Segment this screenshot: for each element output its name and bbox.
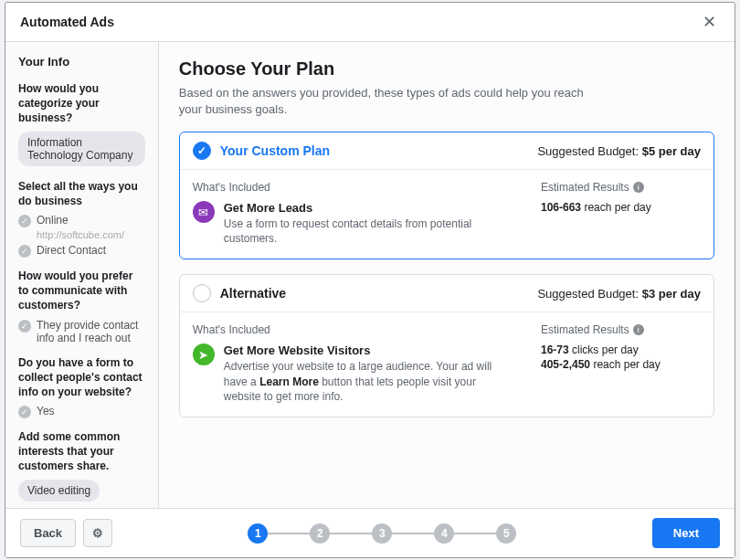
footer-left: Back ⚙ bbox=[20, 519, 112, 547]
way-online-label: Online bbox=[37, 214, 69, 227]
way-online-url: http://softcube.com/ bbox=[37, 229, 145, 240]
step-line bbox=[392, 533, 434, 534]
info-icon[interactable]: i bbox=[633, 324, 644, 335]
plan-name: Alternative bbox=[220, 286, 286, 301]
plan-head: Your Custom Plan Suggested Budget: $5 pe… bbox=[180, 132, 714, 170]
plan-body: What's Included ✉ Get More Leads Use a f… bbox=[180, 170, 714, 259]
close-icon[interactable]: ✕ bbox=[698, 12, 720, 32]
included-desc: Use a form to request contact details fr… bbox=[224, 217, 513, 246]
step-line bbox=[330, 533, 372, 534]
est-reach: 405-2,450 reach per day bbox=[541, 358, 701, 371]
estimated-label: Estimated Results i bbox=[541, 181, 701, 194]
plan-name: Your Custom Plan bbox=[220, 143, 330, 158]
main-panel: Choose Your Plan Based on the answers yo… bbox=[159, 42, 735, 508]
included-title: Get More Leads bbox=[224, 201, 513, 215]
estimated-label: Estimated Results i bbox=[541, 323, 701, 336]
way-online: ✓ Online bbox=[18, 214, 145, 227]
included-label: What's Included bbox=[193, 181, 513, 194]
step-1[interactable]: 1 bbox=[248, 523, 268, 544]
info-icon[interactable]: i bbox=[633, 182, 644, 193]
included-desc: Advertise your website to a large audien… bbox=[224, 359, 513, 404]
est-clicks: 16-73 clicks per day bbox=[541, 343, 701, 356]
plan-head: Alternative Suggested Budget: $3 per day bbox=[180, 275, 714, 312]
plan-card-custom[interactable]: Your Custom Plan Suggested Budget: $5 pe… bbox=[179, 132, 714, 259]
modal-header: Automated Ads ✕ bbox=[5, 3, 735, 42]
included-item: ➤ Get More Website Visitors Advertise yo… bbox=[193, 343, 513, 404]
whats-included-col: What's Included ✉ Get More Leads Use a f… bbox=[193, 181, 513, 246]
estimated-col: Estimated Results i 16-73 clicks per day… bbox=[541, 323, 701, 404]
budget-value: $5 per day bbox=[642, 144, 701, 158]
sidebar-title: Your Info bbox=[18, 55, 145, 69]
page-subtitle: Based on the answers you provided, these… bbox=[179, 85, 599, 117]
category-pill[interactable]: Information Technology Company bbox=[18, 132, 145, 166]
step-line bbox=[268, 533, 310, 534]
form-answer-label: Yes bbox=[37, 405, 55, 417]
modal-body: Your Info How would you categorize your … bbox=[5, 42, 735, 508]
back-button[interactable]: Back bbox=[20, 519, 76, 547]
step-line bbox=[454, 533, 496, 534]
plan-budget: Suggested Budget: $3 per day bbox=[537, 287, 701, 301]
plan-budget: Suggested Budget: $5 per day bbox=[537, 144, 701, 158]
comm-answer-label: They provide contact info and I reach ou… bbox=[37, 319, 145, 344]
interest-pill[interactable]: Video editing bbox=[18, 480, 100, 502]
gear-icon: ⚙ bbox=[92, 526, 103, 540]
way-direct: ✓ Direct Contact bbox=[18, 244, 145, 258]
progress-stepper: 1 2 3 4 5 bbox=[248, 523, 516, 544]
budget-label: Suggested Budget: bbox=[537, 144, 639, 158]
est-reach: 106-663 reach per day bbox=[541, 201, 701, 214]
page-title: Choose Your Plan bbox=[179, 58, 714, 79]
question-interests: Add some common interests that your cust… bbox=[18, 429, 145, 474]
plan-card-alternative[interactable]: Alternative Suggested Budget: $3 per day… bbox=[179, 274, 714, 417]
question-communicate: How would you prefer to communicate with… bbox=[18, 269, 145, 313]
included-item: ✉ Get More Leads Use a form to request c… bbox=[193, 201, 513, 246]
estimated-col: Estimated Results i 106-663 reach per da… bbox=[541, 181, 701, 246]
check-icon: ✓ bbox=[18, 406, 31, 418]
included-label: What's Included bbox=[193, 323, 513, 336]
step-5[interactable]: 5 bbox=[496, 523, 516, 544]
question-form: Do you have a form to collect people's c… bbox=[18, 355, 145, 400]
plan-head-left: Your Custom Plan bbox=[193, 142, 330, 160]
radio-selected-icon[interactable] bbox=[193, 142, 211, 160]
next-button[interactable]: Next bbox=[652, 518, 720, 548]
plan-body: What's Included ➤ Get More Website Visit… bbox=[180, 312, 714, 417]
check-icon: ✓ bbox=[18, 245, 31, 258]
form-answer: ✓ Yes bbox=[18, 405, 145, 418]
step-3[interactable]: 3 bbox=[372, 523, 392, 544]
question-ways: Select all the ways you do business bbox=[18, 179, 145, 208]
check-icon: ✓ bbox=[18, 215, 31, 227]
radio-unselected-icon[interactable] bbox=[193, 284, 211, 302]
budget-value: $3 per day bbox=[642, 287, 701, 301]
budget-label: Suggested Budget: bbox=[537, 287, 639, 301]
included-title: Get More Website Visitors bbox=[224, 343, 513, 357]
cursor-icon: ➤ bbox=[193, 343, 215, 365]
step-2[interactable]: 2 bbox=[310, 523, 330, 544]
modal-footer: Back ⚙ 1 2 3 4 5 Next bbox=[5, 508, 735, 557]
modal-title: Automated Ads bbox=[20, 15, 114, 29]
step-4[interactable]: 4 bbox=[434, 523, 454, 544]
automated-ads-modal: Automated Ads ✕ Your Info How would you … bbox=[5, 2, 735, 558]
question-category: How would you categorize your business? bbox=[18, 81, 145, 126]
way-direct-label: Direct Contact bbox=[37, 244, 106, 257]
check-icon: ✓ bbox=[18, 320, 31, 333]
comm-answer: ✓ They provide contact info and I reach … bbox=[18, 319, 145, 344]
settings-button[interactable]: ⚙ bbox=[83, 519, 112, 547]
sidebar-your-info: Your Info How would you categorize your … bbox=[5, 42, 159, 508]
plan-head-left: Alternative bbox=[193, 284, 286, 302]
whats-included-col: What's Included ➤ Get More Website Visit… bbox=[193, 323, 513, 404]
envelope-icon: ✉ bbox=[193, 201, 215, 223]
